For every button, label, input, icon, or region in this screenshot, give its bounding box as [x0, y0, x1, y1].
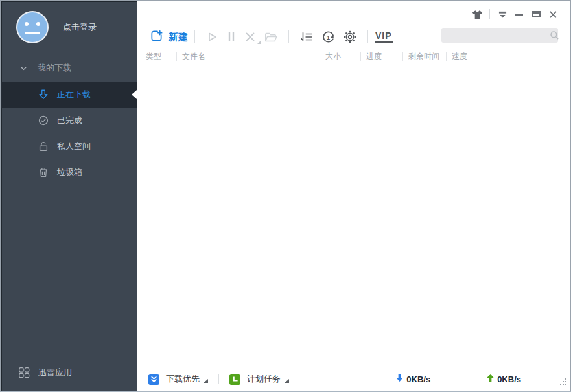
new-task-label: 新建: [169, 31, 188, 43]
column-header-speed[interactable]: 速度: [447, 49, 570, 63]
profile-section[interactable]: 点击登录: [1, 1, 137, 52]
lock-open-icon: [36, 141, 51, 152]
column-header-progress[interactable]: 进度: [361, 49, 402, 63]
sidebar-spacer: [1, 185, 137, 354]
scheduled-tasks-button[interactable]: 计划任务: [229, 373, 289, 385]
toolbar-separator: [367, 30, 368, 43]
avatar-eye: [36, 22, 40, 26]
login-link[interactable]: 点击登录: [63, 21, 97, 33]
chevron-down-icon: [20, 65, 27, 72]
toolbar-separator: [288, 30, 289, 43]
statusbar-separator: [218, 374, 219, 384]
dropdown-triangle-icon: [204, 379, 208, 383]
download-priority-label: 下载优先: [166, 373, 200, 385]
statusbar: 下载优先 计划任务 0KB/s: [137, 367, 570, 391]
titlebar: [137, 1, 570, 25]
resize-grip[interactable]: [560, 376, 567, 388]
upload-speed-value: 0KB/s: [497, 375, 521, 384]
pause-button[interactable]: [222, 28, 240, 46]
skin-shirt-icon[interactable]: [469, 8, 485, 21]
svg-text:1: 1: [327, 33, 331, 40]
table-header: 类型 文件名 大小 进度 剩余时间 速度: [137, 49, 570, 63]
delete-dropdown-icon[interactable]: [257, 41, 261, 44]
sidebar-item-label: 正在下载: [57, 89, 91, 100]
search-box[interactable]: [441, 28, 558, 43]
avatar-mouth: [25, 32, 40, 34]
scheduled-tasks-label: 计划任务: [247, 373, 281, 385]
sidebar-item-label: 已完成: [57, 115, 82, 126]
play-once-button[interactable]: 1: [318, 28, 339, 46]
maximize-button[interactable]: [528, 8, 544, 21]
search-input[interactable]: [441, 28, 550, 43]
dropdown-triangle-icon: [285, 379, 289, 383]
download-speed-indicator: 0KB/s: [395, 373, 430, 385]
sidebar-item-private-space[interactable]: 私人空间: [1, 133, 137, 159]
column-header-type[interactable]: 类型: [137, 49, 176, 63]
sidebar-item-completed[interactable]: 已完成: [1, 108, 137, 133]
content-area: 新建 1: [137, 1, 570, 391]
open-folder-button[interactable]: [260, 28, 282, 46]
upload-speed-indicator: 0KB/s: [486, 373, 521, 385]
search-icon[interactable]: [550, 30, 559, 40]
sidebar-item-label: 私人空间: [57, 141, 91, 152]
new-task-icon: [150, 29, 163, 45]
app-window: 点击登录 我的下载 正在下载 已完成 私人空间: [0, 0, 571, 392]
check-circle-icon: [36, 115, 51, 126]
apps-label: 迅雷应用: [38, 367, 72, 378]
download-arrow-icon: [395, 373, 404, 385]
active-item-notch: [132, 90, 137, 99]
column-header-size[interactable]: 大小: [320, 49, 360, 63]
sidebar-section-my-downloads[interactable]: 我的下载: [1, 54, 137, 82]
avatar-eye: [25, 22, 29, 26]
download-priority-button[interactable]: 下载优先: [148, 373, 208, 385]
start-button[interactable]: [202, 28, 222, 46]
close-button[interactable]: [544, 8, 561, 21]
upload-arrow-icon: [486, 373, 495, 385]
vip-button[interactable]: VIP: [375, 31, 393, 43]
column-header-filename[interactable]: 文件名: [177, 49, 320, 63]
sidebar-item-apps[interactable]: 迅雷应用: [1, 354, 137, 391]
download-list-empty: [137, 63, 570, 367]
window-controls: [469, 8, 561, 21]
toolbar-separator: [194, 30, 195, 43]
controls-separator: [489, 9, 490, 19]
scheduled-tasks-icon: [229, 374, 240, 385]
apps-grid-icon: [17, 366, 30, 379]
sidebar-item-trash[interactable]: 垃圾箱: [1, 159, 137, 185]
avatar[interactable]: [16, 11, 49, 43]
download-priority-icon: [148, 374, 159, 385]
sidebar-item-downloading[interactable]: 正在下载: [1, 82, 137, 108]
download-icon: [36, 89, 51, 100]
download-speed-value: 0KB/s: [406, 375, 430, 384]
sidebar-item-label: 垃圾箱: [57, 167, 82, 178]
minimize-button[interactable]: [511, 8, 528, 21]
new-task-button[interactable]: 新建: [148, 29, 188, 45]
trash-icon: [36, 167, 51, 178]
delete-button[interactable]: [240, 28, 260, 46]
column-header-remaining-time[interactable]: 剩余时间: [403, 49, 446, 63]
sort-button[interactable]: [296, 28, 318, 46]
main-menu-icon[interactable]: [494, 8, 511, 21]
sidebar: 点击登录 我的下载 正在下载 已完成 私人空间: [1, 1, 137, 391]
settings-gear-icon[interactable]: [339, 28, 361, 46]
sidebar-section-label: 我的下载: [38, 62, 71, 74]
